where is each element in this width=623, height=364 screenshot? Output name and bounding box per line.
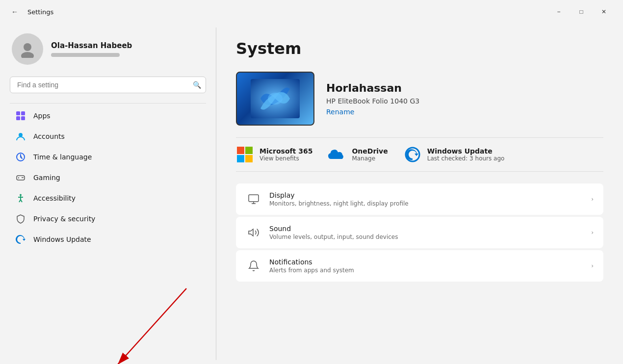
device-name: Horlahassan [326, 82, 419, 94]
sidebar-item-accessibility-label: Accessibility [33, 194, 76, 202]
time-icon [16, 152, 26, 162]
sidebar-item-gaming[interactable]: Gaming [4, 168, 212, 187]
search-input[interactable] [10, 77, 206, 93]
onedrive-icon [328, 146, 346, 163]
sidebar-item-gaming-label: Gaming [33, 174, 60, 182]
apps-icon [16, 111, 26, 121]
sidebar-divider [216, 27, 216, 360]
microsoft365-name: Microsoft 365 [260, 147, 312, 155]
app-title: Settings [27, 8, 53, 16]
display-chevron: › [591, 196, 594, 203]
device-image [236, 72, 314, 126]
display-icon [246, 191, 261, 207]
service-onedrive[interactable]: OneDrive Manage [328, 146, 388, 163]
sidebar-item-windows-update[interactable]: Windows Update [4, 230, 212, 249]
sound-desc: Volume levels, output, input, sound devi… [269, 234, 583, 240]
svg-point-0 [24, 43, 31, 51]
display-desc: Monitors, brightness, night light, displ… [269, 200, 583, 207]
svg-rect-2 [16, 111, 20, 115]
onedrive-sub: Manage [352, 155, 388, 162]
service-windows-update[interactable]: Windows Update Last checked: 3 hours ago [404, 146, 505, 163]
svg-point-13 [20, 194, 22, 196]
svg-rect-4 [16, 116, 20, 120]
sound-name: Sound [269, 225, 583, 233]
avatar [12, 33, 43, 65]
sidebar-item-time-label: Time & language [33, 153, 92, 161]
nav-divider [10, 103, 206, 104]
accessibility-icon [16, 193, 26, 203]
windows-update-service-sub: Last checked: 3 hours ago [427, 155, 505, 162]
sidebar-item-privacy-security[interactable]: Privacy & security [4, 209, 212, 229]
windows-update-service-icon [404, 146, 421, 163]
settings-item-notifications[interactable]: Notifications Alerts from apps and syste… [236, 250, 603, 282]
search-box: 🔍 [10, 77, 206, 93]
svg-point-6 [19, 133, 23, 137]
svg-point-12 [23, 177, 24, 178]
sidebar-item-accessibility[interactable]: Accessibility [4, 188, 212, 208]
sidebar-item-apps-label: Apps [33, 112, 51, 120]
svg-point-21 [268, 93, 283, 104]
microsoft365-icon [236, 146, 254, 163]
device-card: Horlahassan HP EliteBook Folio 1040 G3 R… [236, 72, 603, 126]
svg-rect-23 [245, 147, 253, 154]
minimize-button[interactable]: − [547, 4, 570, 20]
windows-update-service-name: Windows Update [427, 147, 505, 155]
notifications-chevron: › [591, 262, 594, 269]
svg-point-1 [21, 52, 34, 58]
svg-point-11 [22, 177, 23, 178]
sidebar-item-accounts-label: Accounts [33, 132, 65, 140]
notifications-name: Notifications [269, 258, 583, 266]
display-name: Display [269, 191, 583, 199]
sidebar-item-accounts[interactable]: Accounts [4, 127, 212, 146]
sidebar: Ola-Hassan Habeeb 🔍 [0, 24, 216, 364]
sidebar-item-time-language[interactable]: Time & language [4, 147, 212, 167]
sound-icon [246, 225, 261, 240]
update-icon [16, 234, 26, 244]
user-bar-placeholder [51, 53, 120, 57]
device-model: HP EliteBook Folio 1040 G3 [326, 97, 419, 105]
back-button[interactable]: ← [8, 5, 22, 19]
svg-rect-5 [21, 116, 25, 120]
onedrive-name: OneDrive [352, 147, 388, 155]
close-button[interactable]: ✕ [593, 4, 615, 20]
maximize-button[interactable]: □ [570, 4, 593, 20]
user-name: Ola-Hassan Habeeb [51, 41, 132, 50]
notifications-desc: Alerts from apps and system [269, 267, 583, 274]
sidebar-item-update-label: Windows Update [33, 235, 91, 243]
svg-rect-22 [237, 147, 244, 154]
service-microsoft365[interactable]: Microsoft 365 View benefits [236, 146, 312, 163]
svg-rect-25 [245, 155, 253, 162]
sidebar-item-apps[interactable]: Apps [4, 106, 212, 126]
page-title: System [236, 39, 603, 58]
microsoft365-sub: View benefits [260, 155, 312, 162]
rename-link[interactable]: Rename [326, 108, 419, 116]
content-area: System Horl [216, 24, 623, 364]
accounts-icon [16, 131, 26, 141]
sound-chevron: › [591, 229, 594, 236]
settings-item-display[interactable]: Display Monitors, brightness, night ligh… [236, 183, 603, 215]
services-row: Microsoft 365 View benefits OneDrive Man… [236, 137, 603, 172]
privacy-icon [16, 214, 26, 224]
svg-line-17 [21, 200, 22, 202]
user-section: Ola-Hassan Habeeb [0, 24, 216, 75]
settings-list: Display Monitors, brightness, night ligh… [236, 183, 603, 282]
svg-rect-27 [249, 195, 259, 202]
sidebar-item-privacy-label: Privacy & security [33, 215, 95, 223]
gaming-icon [16, 173, 26, 182]
svg-rect-3 [21, 111, 25, 115]
svg-rect-24 [237, 155, 244, 162]
notifications-icon [246, 258, 261, 274]
device-info: Horlahassan HP EliteBook Folio 1040 G3 R… [326, 82, 419, 116]
settings-item-sound[interactable]: Sound Volume levels, output, input, soun… [236, 217, 603, 248]
